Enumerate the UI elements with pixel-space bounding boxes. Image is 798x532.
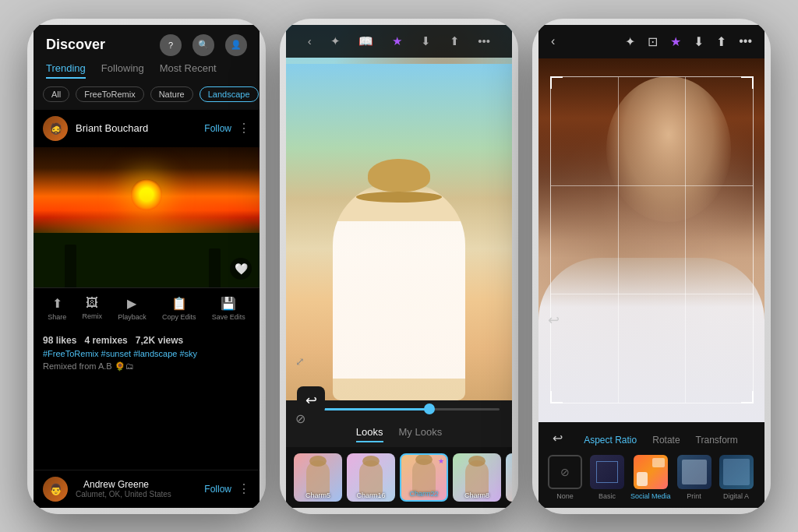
back-icon-p3[interactable]: ‹ (551, 34, 555, 48)
woman-body (333, 182, 465, 400)
ratio-social-label: Social Media (630, 492, 671, 500)
share-icon[interactable]: ⬆ (450, 34, 460, 48)
more-icon-p3[interactable]: ••• (739, 34, 752, 48)
share-icon-p3[interactable]: ⬆ (716, 34, 726, 49)
back-icon[interactable]: ‹ (308, 34, 312, 48)
crop-corner-tl[interactable] (550, 76, 563, 89)
tree-right (209, 248, 221, 287)
tab-most-recent[interactable]: Most Recent (160, 62, 217, 79)
sky-background (286, 64, 512, 400)
more-options-icon-2[interactable]: ⋮ (238, 481, 250, 496)
user-name: Briant Bouchard (76, 122, 204, 134)
playback-action[interactable]: ▶ Playback (118, 296, 147, 321)
filter-nature[interactable]: Nature (150, 86, 193, 102)
crop-corner-tr[interactable] (741, 76, 754, 89)
look-charm5[interactable]: Charm5 (294, 453, 342, 502)
photo-area-p3: ↩ (538, 58, 764, 422)
grid-line-v2 (685, 77, 686, 403)
tab-looks[interactable]: Looks (356, 426, 383, 442)
look-hat-2 (362, 456, 380, 467)
remix-icon: 🖼 (86, 296, 98, 310)
save-edits-action[interactable]: 💾 Save Edits (212, 296, 245, 321)
crop-grid[interactable] (550, 76, 754, 403)
phone1-tabs: Trending Following Most Recent (34, 62, 260, 86)
look-charm8[interactable]: Charm8 (453, 453, 501, 502)
phone1: Discover ? 🔍 👤 Trending Following Most R… (27, 19, 266, 514)
look-charm-last[interactable]: Charm (506, 453, 512, 502)
filter-freetoremix[interactable]: FreeToRemix (76, 86, 143, 102)
tab-aspect-ratio[interactable]: Aspect Ratio (579, 435, 641, 446)
star-icon[interactable]: ★ (392, 34, 402, 48)
filter-all[interactable]: All (43, 86, 69, 102)
copy-edits-action[interactable]: 📋 Copy Edits (162, 296, 196, 321)
undo-text-icon[interactable]: ↩ (548, 431, 567, 446)
help-icon[interactable]: ? (160, 34, 182, 56)
save-edits-icon: 💾 (221, 296, 236, 311)
undo-icon-p3[interactable]: ↩ (548, 312, 560, 329)
expand-icon[interactable]: ⤢ (295, 355, 305, 368)
header-icons: ? 🔍 👤 (160, 34, 247, 56)
tab-rotate[interactable]: Rotate (648, 435, 684, 446)
download-icon[interactable]: ⬇ (421, 34, 431, 48)
phone2-toolbar: ‹ ✦ 📖 ★ ⬇ ⬆ ••• (286, 25, 512, 58)
like-button[interactable]: 🤍 (230, 258, 252, 280)
tab-following[interactable]: Following (101, 62, 144, 79)
tab-my-looks[interactable]: My Looks (399, 426, 443, 442)
slider-thumb[interactable] (424, 403, 435, 414)
playback-icon: ▶ (127, 296, 136, 311)
slider-track (298, 408, 500, 410)
post-image: 🤍 (34, 147, 260, 287)
look-hat-1 (309, 456, 327, 467)
social-landscape-icon (652, 458, 665, 467)
look-charm22[interactable]: ★ Charm22 (400, 453, 448, 502)
crop-icon[interactable]: ⊡ (648, 34, 658, 49)
grid-line-v1 (618, 77, 619, 403)
remixed-from: Remixed from A.B 🌻🗂 (43, 361, 250, 372)
more-options-icon[interactable]: ⋮ (238, 121, 250, 136)
hat-brim (356, 192, 442, 203)
filter-landscape[interactable]: Landscape (200, 86, 259, 102)
ratio-strip: ⊘ None Basic (538, 450, 764, 508)
ratio-digital-thumb (719, 455, 754, 489)
phone2-inner: ‹ ✦ 📖 ★ ⬇ ⬆ ••• (286, 25, 512, 508)
magic-wand-icon-p3[interactable]: ✦ (625, 34, 635, 49)
download-icon-p3[interactable]: ⬇ (694, 34, 704, 49)
magic-wand-icon[interactable]: ✦ (330, 34, 341, 48)
user-avatar[interactable]: 🧔 (43, 116, 68, 141)
hashtags[interactable]: #FreeToRemix #sunset #landscape #sky (43, 349, 250, 358)
ratio-none[interactable]: ⊘ None (546, 455, 584, 500)
phone3-screen: ‹ ✦ ⊡ ★ ⬇ ⬆ ••• (538, 25, 764, 508)
book-icon[interactable]: 📖 (358, 34, 373, 48)
ratio-digital-a[interactable]: Digital A (718, 455, 755, 500)
ratio-social-media[interactable]: Social Media (630, 455, 671, 500)
search-icon[interactable]: 🔍 (192, 34, 214, 56)
follow-button-2[interactable]: Follow (204, 484, 231, 495)
ratio-print[interactable]: Print (676, 455, 713, 500)
tab-transform[interactable]: Transform (691, 435, 743, 446)
none-slash-icon: ⊘ (560, 466, 570, 478)
undo-button[interactable]: ↩ (297, 386, 325, 414)
crop-corner-br[interactable] (741, 391, 754, 403)
remix-label: Remix (82, 312, 102, 320)
share-icon: ⬆ (52, 296, 62, 311)
user2-name: Andrew Greene (83, 479, 204, 490)
bottom-tab-row: ↩ Aspect Ratio Rotate Transform (538, 422, 764, 450)
look-star-icon: ★ (438, 457, 444, 465)
profile-avatar[interactable]: 👤 (225, 34, 247, 56)
share-label: Share (48, 313, 66, 321)
look-charm22-label: Charm22 (401, 490, 447, 498)
user2-avatar[interactable]: 👨 (43, 477, 68, 502)
remix-action[interactable]: 🖼 Remix (82, 296, 102, 321)
follow-button[interactable]: Follow (204, 123, 231, 134)
user-row: 🧔 Briant Bouchard Follow ⋮ (34, 110, 260, 147)
share-action[interactable]: ⬆ Share (48, 296, 66, 321)
crop-corner-bl[interactable] (550, 391, 563, 403)
star-icon-p3[interactable]: ★ (670, 34, 681, 49)
look-charm16[interactable]: Charm16 (347, 453, 395, 502)
playback-label: Playback (118, 313, 147, 321)
copy-edits-icon: 📋 (171, 296, 187, 311)
ratio-basic[interactable]: Basic (588, 455, 626, 500)
more-icon[interactable]: ••• (478, 34, 490, 48)
tab-trending[interactable]: Trending (46, 62, 86, 79)
tree-left (65, 245, 76, 287)
